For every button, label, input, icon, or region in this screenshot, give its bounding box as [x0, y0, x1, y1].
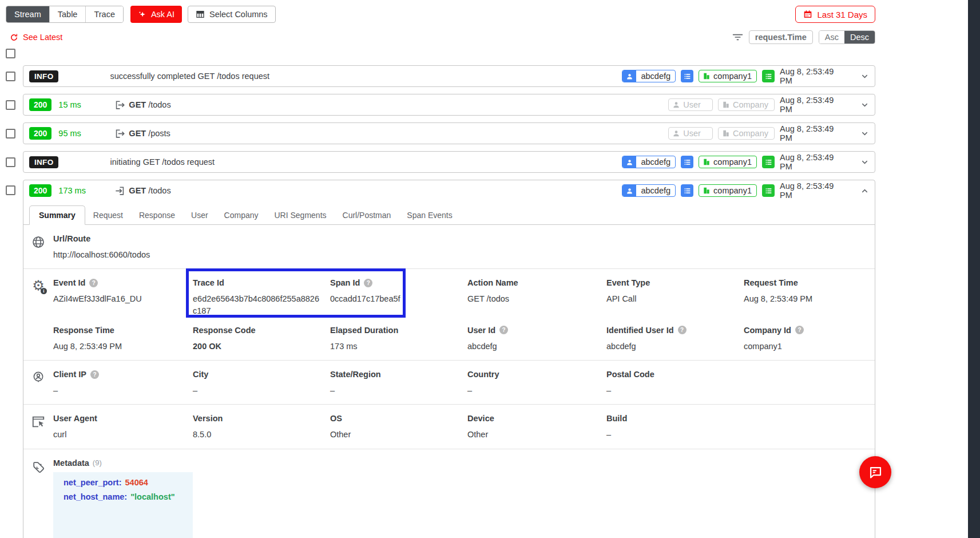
level-badge: INFO — [29, 156, 58, 168]
user-chip[interactable]: abcdefg — [622, 156, 676, 168]
filter-icon[interactable] — [732, 33, 743, 41]
field-value: GET /todos — [467, 293, 606, 304]
metadata-key: net_peer_port: — [64, 478, 122, 487]
company-chip-disabled[interactable]: Company — [718, 98, 775, 111]
tab-stream[interactable]: Stream — [6, 6, 49, 22]
see-latest-button[interactable]: See Latest — [10, 33, 62, 42]
field-value: – — [606, 429, 744, 440]
scrollbar[interactable] — [968, 0, 980, 538]
row-timestamp: Aug 8, 2:53:49 PM — [780, 153, 848, 171]
log-row-line[interactable]: INFO initiating GET /todos request abcde… — [23, 152, 875, 172]
chevron-down-icon[interactable] — [860, 72, 869, 81]
help-icon[interactable]: ? — [364, 279, 372, 287]
secondary-toolbar: See Latest request.Time Asc Desc — [6, 30, 875, 44]
tab-curl-postman[interactable]: Curl/Postman — [335, 206, 399, 224]
field-span-id: Span Id? 0ccadd17c17bea5f — [330, 278, 467, 317]
log-row-line[interactable]: INFO successfully completed GET /todos r… — [23, 66, 875, 86]
user-details-icon[interactable] — [681, 156, 693, 168]
chevron-down-icon[interactable] — [860, 129, 869, 138]
field-action-name: Action Name GET /todos — [467, 278, 606, 317]
tab-span-events[interactable]: Span Events — [399, 206, 460, 224]
tab-request[interactable]: Request — [85, 206, 131, 224]
help-icon[interactable]: ? — [499, 326, 508, 334]
help-icon[interactable]: ? — [89, 279, 98, 287]
company-chip[interactable]: company1 — [699, 184, 757, 197]
company-chip[interactable]: company1 — [699, 70, 757, 82]
user-chip[interactable]: abcdefg — [622, 184, 676, 197]
see-latest-label: See Latest — [23, 33, 62, 42]
metadata-value: "localhost" — [130, 492, 174, 501]
field-value: – — [53, 385, 193, 396]
help-icon[interactable]: ? — [678, 326, 687, 334]
status-badge: 200 — [29, 184, 51, 197]
user-details-icon[interactable] — [681, 184, 693, 197]
url-route-value: http://localhost:6060/todos — [53, 249, 867, 260]
tab-user[interactable]: User — [183, 206, 216, 224]
user-icon — [672, 101, 680, 109]
field-event-type: Event Type API Call — [606, 278, 744, 317]
http-method: GET — [129, 186, 146, 195]
log-row-line[interactable]: 200 95 ms GET /posts User Company Aug 8,… — [23, 123, 875, 144]
field-response-code: Response Code 200 OK — [193, 326, 330, 352]
chevron-down-icon[interactable] — [860, 158, 869, 167]
select-columns-label: Select Columns — [209, 10, 268, 19]
tab-uri-segments[interactable]: URI Segments — [267, 206, 335, 224]
company-chip-label: company1 — [713, 186, 756, 195]
company-icon — [722, 101, 730, 109]
sparkle-icon — [138, 10, 146, 19]
chat-widget-button[interactable] — [859, 456, 891, 488]
log-row-expanded: 200 173 ms GET /todos abcdefg company1 — [6, 180, 875, 538]
field-label: Event Id — [53, 278, 85, 287]
tab-company[interactable]: Company — [216, 206, 267, 224]
sort-desc-button[interactable]: Desc — [844, 31, 875, 43]
user-chip[interactable]: abcdefg — [622, 70, 676, 82]
company-chip-placeholder: Company — [733, 129, 768, 138]
date-range-label: Last 31 Days — [817, 10, 867, 19]
row-checkbox[interactable] — [6, 72, 15, 81]
log-row: 200 95 ms GET /posts User Company Aug 8,… — [6, 122, 875, 144]
user-details-icon[interactable] — [681, 70, 693, 82]
field-value: abcdefg — [606, 341, 744, 352]
field-device: Device Other — [467, 414, 606, 440]
outgoing-request-icon — [114, 100, 125, 110]
sort-field-chip[interactable]: request.Time — [749, 30, 813, 44]
field-postal-code: Postal Code – — [606, 370, 744, 396]
select-columns-button[interactable]: Select Columns — [188, 6, 276, 23]
select-all-checkbox[interactable] — [6, 49, 15, 58]
log-row-line[interactable]: 200 15 ms GET /todos User Company Aug 8,… — [23, 94, 875, 115]
field-request-time: Request Time Aug 8, 2:53:49 PM — [744, 278, 867, 317]
row-checkbox[interactable] — [6, 157, 15, 167]
sort-asc-button[interactable]: Asc — [819, 31, 844, 43]
row-checkbox[interactable] — [6, 185, 15, 195]
help-icon[interactable]: ? — [795, 326, 804, 334]
company-details-icon[interactable] — [762, 184, 775, 197]
field-client-ip: Client IP? – — [53, 370, 193, 396]
user-chip-disabled[interactable]: User — [668, 98, 713, 111]
field-user-agent: User Agent curl — [53, 414, 193, 440]
chevron-down-icon[interactable] — [860, 101, 869, 109]
log-row-line[interactable]: 200 173 ms GET /todos abcdefg company1 — [23, 180, 875, 201]
row-checkbox[interactable] — [6, 100, 15, 110]
row-checkbox[interactable] — [6, 129, 15, 139]
company-chip[interactable]: company1 — [699, 156, 757, 168]
request-path: /posts — [148, 129, 170, 138]
user-chip-disabled[interactable]: User — [668, 127, 713, 140]
company-chip-label: company1 — [713, 157, 756, 167]
field-state-region: State/Region – — [330, 370, 467, 396]
tab-summary[interactable]: Summary — [29, 205, 85, 225]
chevron-up-icon[interactable] — [860, 187, 869, 195]
company-chip-disabled[interactable]: Company — [718, 127, 775, 140]
tab-table[interactable]: Table — [49, 6, 86, 22]
help-icon[interactable]: ? — [90, 370, 99, 379]
field-label: Postal Code — [606, 370, 654, 379]
tab-response[interactable]: Response — [131, 206, 183, 224]
user-chip-placeholder: User — [683, 100, 707, 109]
ask-ai-button[interactable]: Ask AI — [130, 6, 182, 23]
company-details-icon[interactable] — [762, 70, 775, 82]
metadata-entry: net_host_name:"localhost" — [64, 492, 193, 501]
date-range-button[interactable]: Last 31 Days — [795, 6, 875, 23]
tab-trace[interactable]: Trace — [85, 6, 123, 22]
incoming-request-icon — [114, 185, 125, 196]
company-details-icon[interactable] — [762, 156, 775, 168]
browser-cursor-icon — [31, 414, 45, 440]
